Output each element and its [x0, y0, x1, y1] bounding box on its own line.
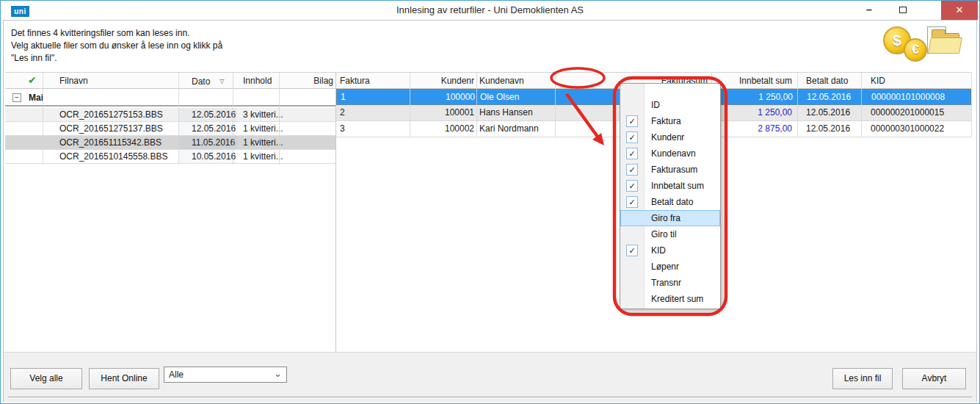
menu-item-label: ID [651, 97, 660, 113]
checkbox-checked-icon[interactable]: ✓ [626, 196, 638, 208]
column-header-kundenr[interactable]: Kundenr [410, 75, 474, 87]
select-all-check-icon[interactable]: ✔ [28, 74, 37, 86]
kid-cell: 000000301000022 [871, 121, 944, 137]
group-label: Mai [29, 93, 43, 103]
collapse-group-icon[interactable]: − [12, 93, 21, 102]
menu-item-label: Kundenr [651, 129, 684, 145]
menu-item-label: Betalt dato [651, 194, 693, 210]
customer-name-cell: Kari Nordmann [479, 121, 539, 137]
column-header-kundenavn[interactable]: Kundenavn [479, 75, 524, 87]
select-all-button[interactable]: Velg alle [10, 368, 82, 389]
menu-item-kreditert-sum[interactable]: Kreditert sum [620, 291, 720, 307]
intro-line-2: Velg aktuelle filer som du ønsker å lese… [11, 40, 222, 52]
file-name-cell: OCR_201651115342.BBS [59, 136, 161, 149]
folder-front-icon [928, 37, 962, 54]
paid-amount-cell: 1 250,00 [717, 105, 792, 120]
filter-dropdown-value: Alle [169, 367, 184, 382]
file-content-cell: 1 kvitteri... [243, 122, 283, 135]
column-menu-items: ID✓Faktura✓Kundenr✓Kundenavn✓Fakturasum✓… [620, 97, 720, 307]
cancel-button[interactable]: Avbryt [902, 368, 966, 389]
close-button[interactable]: ✕ [941, 1, 978, 20]
customer-name-cell: Hans Hansen [479, 105, 533, 120]
file-name-cell: OCR_2016510145558.BBS [59, 150, 167, 163]
invoice-number-cell: 1 [341, 90, 346, 105]
menu-item-kid[interactable]: ✓KID [620, 242, 720, 259]
column-header-dato[interactable]: Dato▽ [192, 75, 225, 88]
menu-item-label: Transnr [651, 275, 681, 291]
customer-name-cell: Ole Olsen [480, 90, 519, 105]
maximize-icon [899, 7, 907, 13]
column-chooser-menu: ID✓Faktura✓Kundenr✓Kundenavn✓Fakturasum✓… [620, 83, 721, 309]
file-row[interactable]: OCR_201651275137.BBS12.05.20161 kvitteri… [5, 122, 335, 136]
menu-item-label: Giro fra [651, 210, 680, 226]
kid-cell: 000000101000008 [871, 90, 945, 105]
invoice-number-cell: 3 [340, 121, 345, 137]
column-header-faktura[interactable]: Faktura [340, 75, 370, 87]
file-name-cell: OCR_201651275137.BBS [59, 122, 163, 135]
file-date-cell: 10.05.2016 [192, 150, 236, 163]
sort-descending-icon: ▽ [219, 78, 224, 84]
menu-item-betalt-dato[interactable]: ✓Betalt dato [620, 194, 720, 210]
group-row-mai[interactable]: − Mai [5, 90, 335, 107]
menu-item-label: Faktura [651, 113, 681, 129]
column-header-kid[interactable]: KID [871, 75, 885, 87]
intro-line-1: Det finnes 4 kvitteringsfiler som kan le… [11, 27, 222, 40]
files-grid-header: ✔ Filnavn Dato▽ Innhold Bilag [5, 72, 335, 89]
file-content-cell: 1 kvitteri... [243, 136, 283, 149]
menu-item-kundenavn[interactable]: ✓Kundenavn [620, 145, 720, 162]
column-header-bilag[interactable]: Bilag [283, 75, 333, 87]
close-icon: ✕ [956, 4, 964, 15]
menu-item-label: Kreditert sum [651, 291, 703, 307]
menu-item-transnr[interactable]: Transnr [620, 275, 720, 291]
column-header-innbetalt-sum[interactable]: Innbetalt sum [710, 75, 792, 87]
column-header-filnavn[interactable]: Filnavn [59, 75, 88, 87]
paid-amount-cell: 2 875,00 [717, 121, 792, 137]
menu-item-label: Giro til [651, 226, 677, 242]
menu-item-giro-til[interactable]: Giro til [620, 226, 720, 242]
minimize-button[interactable]: – [852, 1, 886, 20]
file-date-cell: 12.05.2016 [192, 108, 236, 121]
checkbox-checked-icon[interactable]: ✓ [626, 164, 638, 176]
column-header-betalt-dato[interactable]: Betalt dato [806, 75, 848, 87]
menu-item-label: Kundenavn [651, 145, 696, 162]
footer-divider [8, 397, 972, 398]
file-row[interactable]: OCR_201651275153.BBS12.05.20163 kvitteri… [5, 108, 335, 122]
menu-item-label: Løpenr [651, 259, 679, 275]
menu-item-id[interactable]: ID [620, 97, 720, 113]
menu-item-fakturasum[interactable]: ✓Fakturasum [620, 162, 720, 178]
euro-coin-icon: € [904, 38, 927, 62]
menu-item-l-penr[interactable]: Løpenr [620, 259, 720, 275]
invoice-number-cell: 2 [340, 105, 345, 120]
checkbox-checked-icon[interactable]: ✓ [626, 148, 638, 159]
paid-date-cell: 12.05.2016 [806, 105, 850, 120]
menu-item-label: KID [651, 242, 666, 259]
menu-item-faktura[interactable]: ✓Faktura [620, 113, 720, 129]
file-content-cell: 3 kvitteri... [243, 108, 283, 121]
checkbox-checked-icon[interactable]: ✓ [626, 115, 638, 127]
checkbox-checked-icon[interactable]: ✓ [626, 180, 638, 192]
menu-item-innbetalt-sum[interactable]: ✓Innbetalt sum [620, 178, 720, 194]
footer-bar: Velg alle Hent Online Alle ⌄ Les inn fil… [4, 352, 976, 403]
read-file-button[interactable]: Les inn fil [832, 368, 893, 389]
minimize-icon: – [866, 4, 872, 15]
file-date-cell: 11.05.2016 [192, 136, 235, 149]
kid-cell: 000000201000015 [871, 105, 944, 120]
dialog-window: uni Innlesing av returfiler - Uni Demokl… [0, 0, 980, 404]
customer-number-cell: 100000 [410, 90, 475, 105]
customer-number-cell: 100001 [410, 105, 474, 120]
file-content-cell: 1 kvitteri... [243, 150, 283, 163]
fetch-online-button[interactable]: Hent Online [89, 368, 159, 389]
maximize-button[interactable] [886, 1, 920, 20]
file-row[interactable]: OCR_2016510145558.BBS10.05.20161 kvitter… [5, 150, 335, 164]
checkbox-checked-icon[interactable]: ✓ [626, 131, 638, 143]
intro-line-3: "Les inn fil". [11, 52, 222, 65]
paid-date-cell: 12.05.2016 [807, 90, 851, 105]
file-row[interactable]: OCR_201651115342.BBS11.05.20161 kvitteri… [5, 136, 335, 150]
menu-item-label: Fakturasum [651, 162, 697, 178]
checkbox-checked-icon[interactable]: ✓ [626, 245, 638, 256]
title-bar: uni Innlesing av returfiler - Uni Demokl… [1, 1, 979, 20]
menu-item-giro-fra[interactable]: Giro fra [620, 210, 720, 226]
menu-item-kundenr[interactable]: ✓Kundenr [620, 129, 720, 145]
column-header-innhold[interactable]: Innhold [243, 75, 272, 87]
filter-dropdown[interactable]: Alle ⌄ [164, 367, 287, 383]
